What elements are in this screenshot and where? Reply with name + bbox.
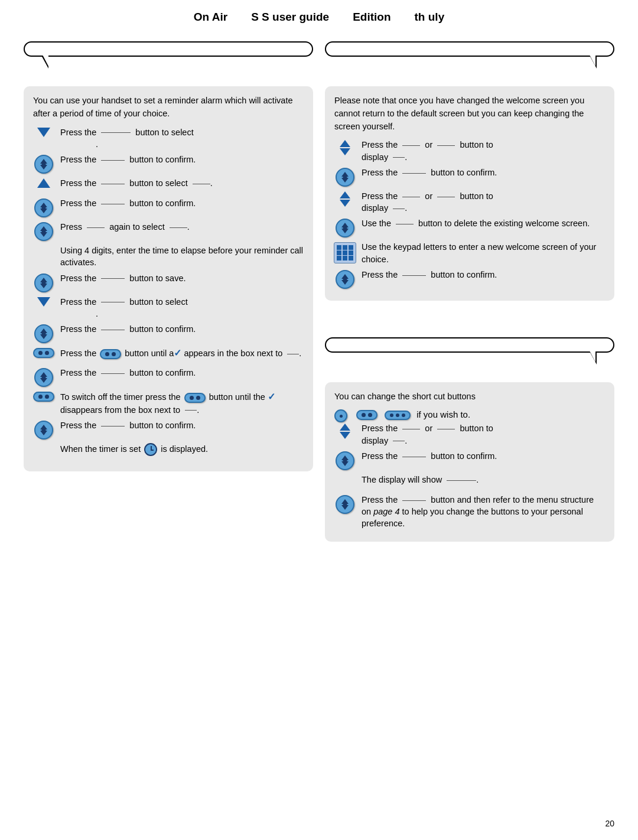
- nav-button-3[interactable]: [34, 222, 53, 241]
- kd9: [349, 256, 353, 261]
- nav-btn-icon-13: [33, 421, 54, 439]
- pill-2dot-icon-12: [33, 392, 54, 402]
- clock-icon: [144, 443, 157, 456]
- pill-dot-1: [38, 351, 43, 355]
- kd1: [337, 245, 341, 250]
- rb-instr-text-2: Press the button to confirm.: [362, 450, 605, 462]
- nav-center-3: [42, 230, 46, 234]
- down-arrow-r3: [340, 200, 350, 207]
- pill-btn-shortcut-3[interactable]: [385, 411, 411, 420]
- section-gap: [325, 310, 614, 328]
- r-instr-row-6: Press the button to confirm.: [334, 269, 605, 289]
- r-instr-text-4: Use the button to delete the existing we…: [362, 217, 605, 229]
- sc-dot-1: [362, 413, 366, 417]
- nav-btn-icon-11: [33, 368, 54, 387]
- instr-text-4: Press the button to confirm.: [60, 197, 304, 209]
- down-arrow-rb1: [340, 432, 350, 439]
- sc-dot-5: [402, 414, 405, 417]
- nav-btn-icon-r4: [334, 219, 356, 237]
- keypad-icon-r5: [334, 242, 356, 263]
- right-top-bubble-box: [325, 41, 614, 59]
- page-header: On Air S S user guide Edition th uly: [0, 0, 638, 30]
- keypad-grid: [334, 242, 356, 263]
- nav-btn-icon-r2: [334, 168, 356, 187]
- pill-btn-inline-2[interactable]: [184, 393, 206, 403]
- nav-center-rb4: [343, 502, 347, 506]
- nav-button-r4[interactable]: [336, 219, 354, 237]
- oval-dot-1: [340, 415, 343, 418]
- keypad-row-3: [337, 256, 353, 261]
- nav-button-rb4[interactable]: [336, 495, 354, 514]
- nav-btn-icon-7: [33, 274, 54, 292]
- nav-btn-icon-5: [33, 222, 54, 241]
- instr-text-2: Press the button to confirm.: [60, 154, 304, 165]
- r-instr-row-4: Use the button to delete the existing we…: [334, 217, 605, 237]
- rb-instr-row-2: Press the button to confirm.: [334, 450, 605, 470]
- page-number: 20: [605, 819, 614, 828]
- left-intro-text: You can use your handset to set a remind…: [33, 95, 304, 121]
- pill-2dot-icon-10: [33, 348, 54, 358]
- instr-row-2: Press the button to confirm.: [33, 154, 304, 174]
- instr-text-1: Press the button to select .: [60, 126, 304, 151]
- nav-btn-icon-r6: [334, 270, 356, 289]
- nav-button-r6[interactable]: [336, 270, 354, 289]
- instr-row-8: Press the button to select .: [33, 296, 304, 320]
- kd6: [349, 250, 353, 255]
- header-date: th uly: [415, 11, 445, 24]
- nav-center-r4: [343, 226, 347, 230]
- pill-btn-inline[interactable]: [100, 349, 121, 359]
- nav-button-7[interactable]: [34, 421, 53, 439]
- header-edition: Edition: [353, 11, 390, 24]
- arrows-updown-icon-r1: [334, 140, 356, 155]
- right-column: Please note that once you have changed t…: [325, 41, 614, 542]
- keypad-row-2: [337, 250, 353, 255]
- kd8: [343, 256, 347, 261]
- nav-button-6[interactable]: [34, 368, 53, 387]
- instr-row-14: When the timer is set is displayed.: [33, 443, 304, 460]
- r-instr-row-5: Use the keypad letters to enter a new we…: [334, 241, 605, 265]
- rb-instr-text-1: Press the or button todisplay .: [362, 422, 605, 447]
- sc-dot-2: [368, 413, 372, 417]
- right-bottom-section-box: [325, 337, 614, 353]
- left-bubble-box: [24, 41, 313, 59]
- main-content: You can use your handset to set a remind…: [0, 30, 638, 554]
- up-arrow-r1: [340, 140, 350, 147]
- nav-button-5[interactable]: [34, 324, 53, 343]
- arrows-updown-r3: [340, 191, 350, 207]
- right-bottom-shaded-area: You can change the short cut buttons: [325, 382, 614, 542]
- instr-text-11: Press the button to confirm.: [60, 367, 304, 379]
- nav-btn-icon-9: [33, 324, 54, 343]
- instr-text-5: Press again to select .: [60, 221, 304, 233]
- nav-button[interactable]: [34, 155, 53, 174]
- arrow-up-icon-3: [33, 178, 54, 188]
- oval-btn-1[interactable]: [334, 409, 347, 422]
- kd7: [337, 256, 341, 261]
- instr-row-3: Press the button to select .: [33, 177, 304, 194]
- rb-instr-row-4: Press the button and then refer to the m…: [334, 494, 605, 530]
- nav-center-5: [42, 332, 46, 336]
- header-user-guide: S S user guide: [251, 11, 329, 24]
- up-triangle: [37, 178, 50, 188]
- nav-button-rb2[interactable]: [336, 451, 354, 470]
- r-instr-text-6: Press the button to confirm.: [362, 269, 605, 281]
- nav-center-rb2: [343, 458, 347, 463]
- instr-text-7: Press the button to save.: [60, 272, 304, 284]
- pill-btn-shortcut-2[interactable]: [356, 410, 377, 420]
- nav-center-r2: [343, 175, 347, 179]
- instr-text-14: When the timer is set is displayed.: [60, 443, 304, 456]
- nav-button-r2[interactable]: [336, 168, 354, 187]
- up-arrow-r3: [340, 191, 350, 198]
- pill-dot-2: [45, 351, 49, 355]
- nav-button-2[interactable]: [34, 198, 53, 217]
- keypad-row-1: [337, 245, 353, 250]
- arrow-down-icon-1: [33, 128, 54, 137]
- bubble-tail-bottom-right-inner: [590, 351, 595, 362]
- instr-row-9: Press the button to confirm.: [33, 323, 304, 343]
- instr-text-13: Press the button to confirm.: [60, 419, 304, 431]
- right-top-intro-text: Please note that once you have changed t…: [334, 95, 605, 133]
- down-triangle: [37, 128, 50, 137]
- arrow-down-icon-8: [33, 297, 54, 307]
- nav-button-4[interactable]: [34, 274, 53, 292]
- pill-button-1[interactable]: [33, 348, 54, 358]
- pill-button-2[interactable]: [33, 392, 54, 402]
